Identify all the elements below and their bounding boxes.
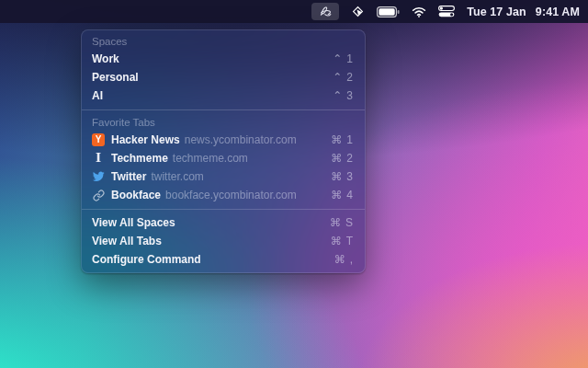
shortcut-key: 4: [346, 189, 353, 201]
menu-item-url: techmeme.com: [173, 152, 248, 165]
menu-item-url: twitter.com: [151, 170, 203, 183]
menu-item-label: Configure Command: [92, 253, 201, 266]
hacker-news-icon: Y: [92, 133, 105, 146]
section-header-label: Spaces: [92, 36, 127, 47]
shortcut: ⌃ 2: [333, 71, 353, 84]
shortcut-modifier: ⌃: [333, 89, 342, 102]
menu-item-label: Personal: [92, 71, 139, 84]
shortcut: ⌘ 2: [331, 152, 353, 165]
menu-item-hacker-news[interactable]: Y Hacker News news.ycombinator.com ⌘ 1: [82, 131, 365, 149]
menu-item-label: Hacker News: [111, 133, 180, 146]
section-header-favorite-tabs: Favorite Tabs: [82, 114, 365, 131]
menubar: Tue 17 Jan 9:41 AM: [0, 0, 588, 23]
shortcut-key: 3: [346, 89, 353, 102]
techmeme-icon: I: [92, 152, 105, 165]
shortcut-modifier: ⌃: [333, 71, 342, 84]
section-header-label: Favorite Tabs: [92, 117, 155, 128]
shortcut-key: 1: [346, 52, 353, 65]
shortcut: ⌘ ,: [334, 253, 353, 266]
menu-item-label: Techmeme: [111, 152, 168, 165]
menu-item-url: news.ycombinator.com: [185, 133, 297, 146]
shortcut-key: T: [346, 235, 353, 247]
arc-command-menu: Spaces Work ⌃ 1 Personal ⌃ 2 AI ⌃ 3 Favo…: [81, 29, 366, 273]
menu-item-label: Twitter: [111, 170, 146, 183]
menu-item-techmeme[interactable]: I Techmeme techmeme.com ⌘ 2: [82, 149, 365, 167]
shortcut: ⌘ S: [330, 216, 353, 229]
shortcut: ⌘ 1: [331, 133, 353, 146]
diamond-app-icon[interactable]: [351, 3, 365, 20]
menubar-time[interactable]: 9:41 AM: [536, 6, 580, 18]
menu-separator: [82, 109, 365, 110]
twitter-icon: [92, 170, 105, 183]
shortcut-modifier: ⌘: [331, 170, 342, 183]
menu-item-bookface[interactable]: Bookface bookface.ycombinator.com ⌘ 4: [82, 186, 365, 204]
menu-item-label: View All Tabs: [92, 235, 162, 247]
shortcut-modifier: ⌘: [330, 216, 341, 229]
menubar-date[interactable]: Tue 17 Jan: [467, 6, 526, 18]
shortcut-modifier: ⌘: [331, 235, 342, 247]
shortcut: ⌘ 4: [331, 189, 353, 201]
hacker-news-badge: Y: [92, 133, 105, 146]
shortcut-modifier: ⌘: [331, 189, 342, 201]
shortcut-modifier: ⌘: [331, 152, 342, 165]
section-header-spaces: Spaces: [82, 33, 365, 50]
shortcut-key: S: [345, 216, 353, 229]
techmeme-glyph: I: [96, 152, 101, 165]
menu-item-twitter[interactable]: Twitter twitter.com ⌘ 3: [82, 167, 365, 186]
arc-menubar-button[interactable]: [311, 3, 339, 20]
menu-item-configure-command[interactable]: Configure Command ⌘ ,: [82, 250, 365, 269]
battery-icon[interactable]: [377, 3, 400, 20]
menubar-clock[interactable]: Tue 17 Jan 9:41 AM: [467, 6, 580, 18]
wifi-icon[interactable]: [412, 3, 426, 20]
menu-item-work[interactable]: Work ⌃ 1: [82, 50, 365, 68]
bookface-link-icon: [92, 189, 105, 201]
shortcut-key: 1: [346, 133, 353, 146]
arc-logo-icon: [318, 4, 334, 19]
menu-item-url: bookface.ycombinator.com: [165, 189, 297, 201]
control-center-icon[interactable]: [438, 3, 455, 20]
shortcut: ⌃ 1: [333, 52, 353, 65]
menu-item-label: Bookface: [111, 189, 161, 201]
menu-item-ai[interactable]: AI ⌃ 3: [82, 86, 365, 105]
shortcut-modifier: ⌘: [334, 253, 345, 266]
shortcut: ⌘ 3: [331, 170, 353, 183]
menu-item-view-all-spaces[interactable]: View All Spaces ⌘ S: [82, 213, 365, 232]
menu-item-label: View All Spaces: [92, 216, 175, 229]
menu-item-view-all-tabs[interactable]: View All Tabs ⌘ T: [82, 232, 365, 250]
shortcut: ⌃ 3: [333, 89, 353, 102]
menu-item-personal[interactable]: Personal ⌃ 2: [82, 68, 365, 86]
menu-item-label: AI: [92, 89, 103, 102]
shortcut: ⌘ T: [331, 235, 353, 247]
shortcut-key: 2: [346, 71, 353, 84]
shortcut-key: ,: [350, 253, 353, 266]
menu-separator: [82, 209, 365, 210]
shortcut-key: 3: [346, 170, 353, 183]
shortcut-key: 2: [346, 152, 353, 165]
shortcut-modifier: ⌘: [331, 133, 342, 146]
menu-item-label: Work: [92, 52, 119, 65]
shortcut-modifier: ⌃: [333, 52, 342, 65]
